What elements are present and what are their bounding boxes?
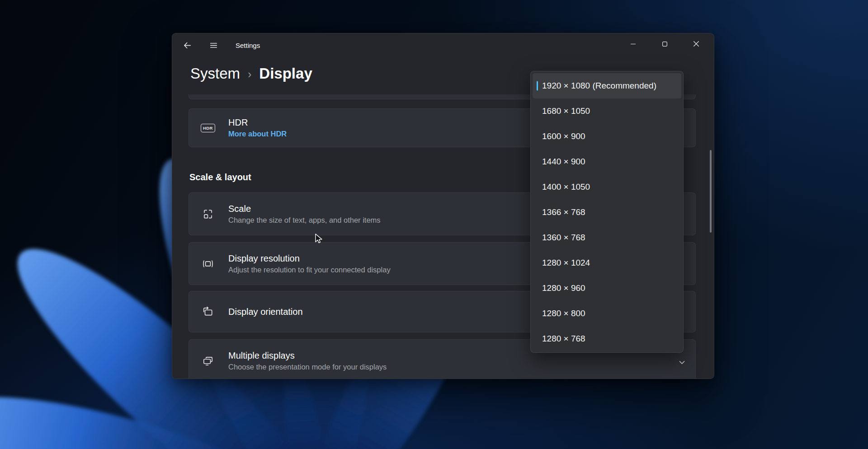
multiple-displays-subtitle: Choose the presentation mode for your di… — [228, 363, 387, 371]
resolution-dropdown: 1920 × 1080 (Recommended) 1680 × 1050 16… — [530, 71, 684, 353]
resolution-option-1[interactable]: 1680 × 1050 — [533, 98, 681, 124]
back-arrow-icon — [184, 42, 191, 49]
minimize-button[interactable] — [623, 36, 643, 52]
navigation-menu-button[interactable] — [204, 37, 222, 53]
resolution-option-6[interactable]: 1360 × 768 — [533, 225, 681, 250]
breadcrumb-separator-icon: › — [248, 66, 251, 81]
hdr-title: HDR — [228, 117, 287, 128]
resolution-option-2[interactable]: 1600 × 900 — [533, 124, 681, 149]
chevron-down-icon — [679, 359, 685, 366]
breadcrumb: System › Display — [190, 65, 312, 82]
display-resolution-subtitle: Adjust the resolution to fit your connec… — [228, 266, 391, 274]
caption-buttons — [623, 36, 707, 52]
back-button[interactable] — [178, 37, 196, 53]
expand-chevron[interactable] — [679, 359, 685, 368]
window-title: Settings — [236, 42, 260, 49]
scale-subtitle: Change the size of text, apps, and other… — [228, 216, 381, 224]
hamburger-icon — [210, 42, 217, 49]
multiple-displays-text: Multiple displays Choose the presentatio… — [228, 351, 387, 371]
section-header-scale-layout: Scale & layout — [189, 172, 251, 182]
multiple-displays-title: Multiple displays — [228, 351, 387, 361]
titlebar: Settings — [172, 33, 714, 57]
display-resolution-title: Display resolution — [228, 253, 391, 264]
close-icon — [693, 41, 699, 47]
hdr-icon: HDR — [200, 124, 216, 132]
resolution-option-10[interactable]: 1280 × 768 — [533, 326, 681, 351]
scrollbar-thumb[interactable] — [710, 150, 712, 233]
maximize-icon — [662, 42, 667, 47]
multiple-displays-icon — [200, 355, 216, 367]
breadcrumb-system[interactable]: System — [190, 65, 240, 82]
hdr-text: HDR More about HDR — [228, 117, 287, 138]
resolution-option-3[interactable]: 1440 × 900 — [533, 149, 681, 174]
minimize-icon — [631, 42, 636, 47]
scale-text: Scale Change the size of text, apps, and… — [228, 204, 381, 224]
display-orientation-icon — [200, 306, 216, 318]
scale-title: Scale — [228, 204, 381, 214]
maximize-button[interactable] — [654, 36, 675, 52]
hdr-badge: HDR — [201, 124, 215, 132]
resolution-option-9[interactable]: 1280 × 800 — [533, 301, 681, 326]
display-orientation-text: Display orientation — [228, 307, 303, 317]
mouse-cursor — [313, 233, 324, 244]
display-resolution-icon — [200, 258, 216, 270]
resolution-option-5[interactable]: 1366 × 768 — [533, 200, 681, 225]
close-button[interactable] — [686, 36, 707, 52]
hdr-more-link[interactable]: More about HDR — [228, 130, 287, 138]
display-orientation-title: Display orientation — [228, 307, 303, 317]
resolution-option-7[interactable]: 1280 × 1024 — [533, 250, 681, 276]
scale-icon — [200, 208, 216, 220]
selection-indicator — [537, 81, 538, 91]
resolution-option-4[interactable]: 1400 × 1050 — [533, 174, 681, 200]
display-resolution-text: Display resolution Adjust the resolution… — [228, 253, 391, 274]
page-title-display: Display — [259, 65, 312, 82]
resolution-option-8[interactable]: 1280 × 960 — [533, 276, 681, 301]
resolution-option-0[interactable]: 1920 × 1080 (Recommended) — [533, 73, 681, 98]
